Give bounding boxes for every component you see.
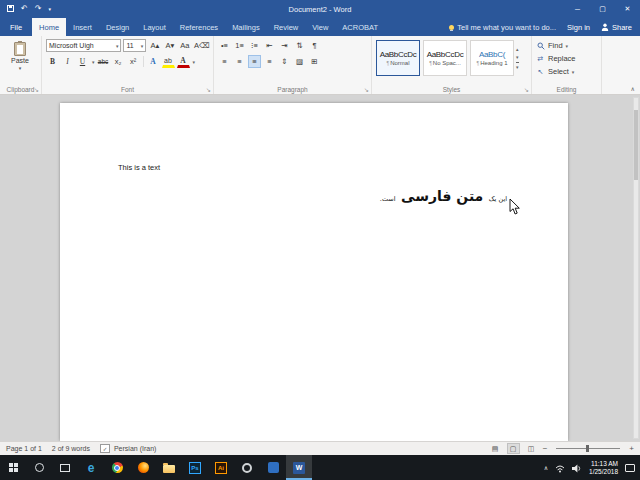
sort-button[interactable]: ⇅ [293, 39, 306, 52]
photoshop-icon[interactable]: Ps [182, 455, 208, 480]
underline-button[interactable]: U [76, 55, 89, 68]
sign-in-button[interactable]: Sign in [567, 23, 590, 32]
save-icon[interactable] [7, 5, 14, 14]
italic-button[interactable]: I [61, 55, 74, 68]
zoom-slider-thumb[interactable] [586, 445, 589, 452]
select-button[interactable]: ↖ Select ▾ [536, 65, 598, 78]
font-color-button[interactable]: A [177, 55, 190, 68]
action-center-icon[interactable] [625, 464, 635, 472]
line-spacing-button[interactable]: ⇕ [278, 55, 291, 68]
undo-icon[interactable]: ↶ [21, 0, 28, 18]
tab-home[interactable]: Home [32, 18, 66, 36]
text-highlight-button[interactable]: ab [162, 55, 175, 68]
font-dialog-launcher-icon[interactable]: ↘ [206, 86, 211, 93]
increase-indent-button[interactable]: ⇥ [278, 39, 291, 52]
collapse-ribbon-icon[interactable]: ∧ [631, 85, 635, 92]
read-mode-button[interactable]: ▤ [489, 443, 502, 454]
align-center-button[interactable]: ≡ [233, 55, 246, 68]
shading-button[interactable]: ▨ [293, 55, 306, 68]
document-page[interactable]: This is a text این یک متن فارسی است. [60, 103, 568, 441]
text-effects-button[interactable]: A [147, 55, 160, 68]
align-right-button[interactable]: ≡ [248, 55, 261, 68]
minimize-button[interactable]: ─ [565, 0, 590, 18]
tab-acrobat[interactable]: ACROBAT [335, 18, 385, 36]
tab-file[interactable]: File [0, 18, 32, 36]
font-size-combo[interactable]: 11 ▾ [123, 39, 146, 52]
bullets-button[interactable]: •≡ [218, 39, 231, 52]
style-card-normal[interactable]: AaBbCcDc ¶Normal [376, 40, 420, 76]
file-explorer-icon[interactable] [156, 455, 182, 480]
style-gallery-more-icon[interactable]: ▾ [516, 62, 519, 70]
tray-expand-icon[interactable]: ∧ [544, 464, 548, 471]
clear-formatting-button[interactable]: A⌫ [193, 39, 210, 52]
align-left-button[interactable]: ≡ [218, 55, 231, 68]
share-button[interactable]: Share [601, 23, 632, 32]
network-icon[interactable] [555, 459, 565, 477]
replace-button[interactable]: ⇄ Replace [536, 52, 598, 65]
bold-button[interactable]: B [46, 55, 59, 68]
decrease-indent-button[interactable]: ⇤ [263, 39, 276, 52]
task-view-icon[interactable] [52, 455, 78, 480]
zoom-out-button[interactable]: − [543, 444, 548, 453]
tab-design[interactable]: Design [99, 18, 136, 36]
maximize-button[interactable]: ▢ [590, 0, 615, 18]
multilevel-list-button[interactable]: ⁝≡ [248, 39, 261, 52]
superscript-button[interactable]: x² [127, 55, 140, 68]
style-scroll-up-icon[interactable]: ▴ [516, 46, 519, 52]
chrome-icon[interactable] [104, 455, 130, 480]
tell-me-box[interactable]: Tell me what you want to do... [449, 23, 556, 32]
tab-references[interactable]: References [173, 18, 225, 36]
edge-icon[interactable]: e [78, 455, 104, 480]
justify-button[interactable]: ≡ [263, 55, 276, 68]
tab-view[interactable]: View [305, 18, 335, 36]
borders-button[interactable]: ⊞ [308, 55, 321, 68]
proofing-icon[interactable]: ✓ [100, 444, 110, 453]
taskbar-clock[interactable]: 11:13 AM 1/25/2018 [589, 460, 618, 476]
paste-button[interactable]: Paste ▾ [4, 39, 36, 71]
find-label: Find [548, 41, 563, 50]
show-paragraph-marks-button[interactable]: ¶ [308, 39, 321, 52]
zoom-in-button[interactable]: + [629, 444, 634, 453]
word-count[interactable]: 2 of 9 words [52, 445, 90, 452]
styles-dialog-launcher-icon[interactable]: ↘ [524, 86, 529, 93]
change-case-button[interactable]: Aa [178, 39, 191, 52]
language-indicator[interactable]: Persian (Iran) [114, 445, 156, 452]
tab-mailings[interactable]: Mailings [225, 18, 267, 36]
clipboard-dialog-launcher-icon[interactable]: ↘ [34, 86, 39, 93]
pinned-app-icon[interactable] [234, 455, 260, 480]
web-layout-button[interactable]: ◫ [525, 443, 538, 454]
vertical-scrollbar[interactable] [633, 97, 639, 439]
tab-insert[interactable]: Insert [66, 18, 99, 36]
start-button[interactable] [0, 455, 26, 480]
strikethrough-button[interactable]: abc [97, 55, 110, 68]
subscript-button[interactable]: x₂ [112, 55, 125, 68]
redo-icon[interactable]: ↷ [35, 0, 42, 18]
font-color-dropdown-icon[interactable]: ▾ [193, 59, 196, 65]
firefox-icon[interactable] [130, 455, 156, 480]
qat-customize-icon[interactable]: ▾ [48, 0, 51, 18]
tab-layout[interactable]: Layout [136, 18, 173, 36]
grow-font-button[interactable]: A▴ [148, 39, 161, 52]
cortana-icon[interactable] [26, 455, 52, 480]
underline-dropdown-icon[interactable]: ▾ [92, 59, 95, 65]
style-scroll-down-icon[interactable]: ▾ [516, 54, 519, 60]
scrollbar-thumb[interactable] [634, 110, 638, 180]
illustrator-icon[interactable]: Ai [208, 455, 234, 480]
shrink-font-button[interactable]: A▾ [163, 39, 176, 52]
style-card-heading1[interactable]: AaBbC( ¶Heading 1 [470, 40, 514, 76]
close-button[interactable]: ✕ [615, 0, 640, 18]
paste-dropdown-icon[interactable]: ▾ [19, 65, 22, 71]
numbering-button[interactable]: 1≡ [233, 39, 246, 52]
style-card-no-spacing[interactable]: AaBbCcDc ¶No Spac... [423, 40, 467, 76]
font-name-combo[interactable]: Microsoft Uigh ▾ [46, 39, 121, 52]
find-button[interactable]: Find ▾ [536, 39, 598, 52]
page-indicator[interactable]: Page 1 of 1 [6, 445, 42, 452]
tab-review[interactable]: Review [267, 18, 306, 36]
print-layout-button[interactable]: ▢ [507, 443, 520, 454]
word-taskbar-icon[interactable]: W [286, 455, 312, 480]
paragraph-dialog-launcher-icon[interactable]: ↘ [364, 86, 369, 93]
zoom-slider[interactable] [556, 448, 620, 449]
volume-icon[interactable] [572, 459, 582, 477]
style-name: Normal [390, 60, 409, 66]
pinned-app2-icon[interactable] [260, 455, 286, 480]
